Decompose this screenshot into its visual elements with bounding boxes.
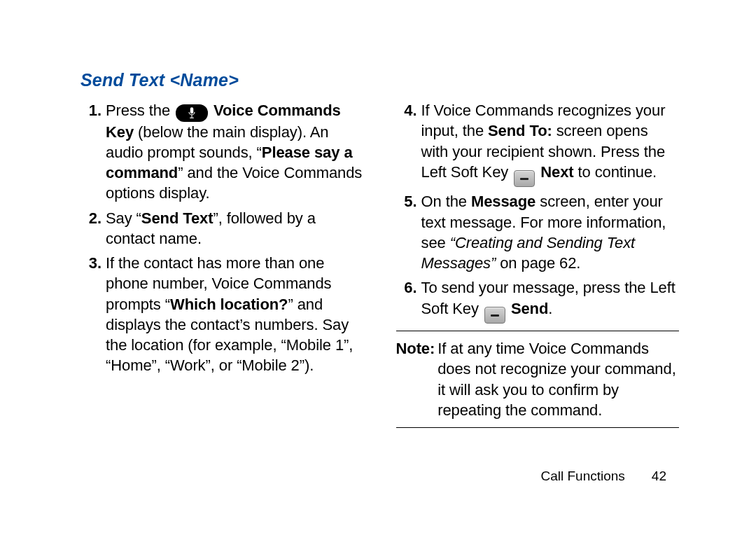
step-item: 6.To send your message, press the Left S…	[396, 277, 680, 324]
step-item: 4.If Voice Commands recognizes your inpu…	[396, 100, 680, 187]
bold-text: Send	[511, 300, 548, 317]
step-number: 6.	[396, 277, 421, 324]
italic-reference: “Creating and Sending Text Messages”	[421, 234, 636, 272]
svg-rect-1	[191, 115, 192, 117]
note-body: If at any time Voice Commands does not r…	[438, 338, 679, 420]
note-block: Note: If at any time Voice Commands does…	[396, 338, 680, 420]
step-item: 1.Press the Voice Commands Key (below th…	[80, 100, 364, 204]
bold-text: Send To:	[488, 122, 552, 139]
document-page: Send Text <Name> 1.Press the Voice Comma…	[0, 0, 756, 540]
step-item: 2.Say “Send Text”, followed by a contact…	[80, 208, 364, 249]
bold-text: Next	[540, 163, 573, 181]
left-column: 1.Press the Voice Commands Key (below th…	[80, 100, 364, 512]
step-item: 5.On the Message screen, enter your text…	[396, 191, 680, 273]
soft-key-icon	[484, 307, 505, 324]
section-heading: Send Text <Name>	[80, 70, 679, 90]
step-number: 1.	[80, 100, 106, 204]
page-footer: Call Functions 42	[540, 469, 666, 484]
two-column-layout: 1.Press the Voice Commands Key (below th…	[80, 100, 679, 512]
step-number: 2.	[80, 208, 106, 249]
note-separator-bottom	[396, 427, 680, 428]
step-body: On the Message screen, enter your text m…	[421, 191, 680, 273]
svg-rect-2	[190, 118, 194, 118]
right-steps-list: 4.If Voice Commands recognizes your inpu…	[396, 100, 680, 324]
footer-section: Call Functions	[540, 469, 624, 484]
microphone-icon	[176, 104, 208, 122]
bold-text: Voice Commands Key	[106, 102, 341, 141]
step-body: Press the Voice Commands Key (below the …	[106, 100, 364, 204]
left-steps-list: 1.Press the Voice Commands Key (below th…	[80, 100, 364, 376]
step-body: If Voice Commands recognizes your input,…	[421, 100, 680, 187]
step-number: 3.	[80, 253, 106, 376]
note-separator-top	[396, 331, 680, 331]
step-number: 4.	[396, 100, 421, 187]
note-label: Note:	[396, 338, 438, 420]
step-body: Say “Send Text”, followed by a contact n…	[106, 208, 364, 249]
svg-rect-0	[190, 107, 194, 113]
bold-text: Message	[471, 193, 536, 210]
bold-text: Which location?	[170, 296, 288, 313]
footer-page-number: 42	[652, 469, 666, 484]
step-body: To send your message, press the Left Sof…	[421, 277, 680, 324]
right-column: 4.If Voice Commands recognizes your inpu…	[396, 100, 680, 512]
bold-text: Send Text	[141, 209, 214, 227]
soft-key-icon	[514, 170, 535, 187]
step-body: If the contact has more than one phone n…	[106, 253, 364, 376]
bold-text: Please say a command	[106, 144, 353, 181]
step-item: 3.If the contact has more than one phone…	[80, 253, 364, 376]
step-number: 5.	[396, 191, 421, 273]
